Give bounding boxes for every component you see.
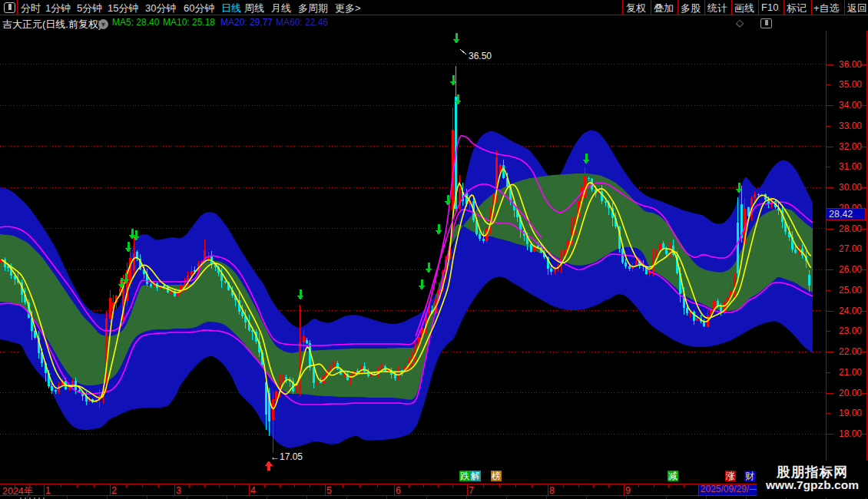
svg-text:←17.05: ←17.05 (270, 451, 303, 462)
svg-text:36.50: 36.50 (469, 51, 492, 61)
